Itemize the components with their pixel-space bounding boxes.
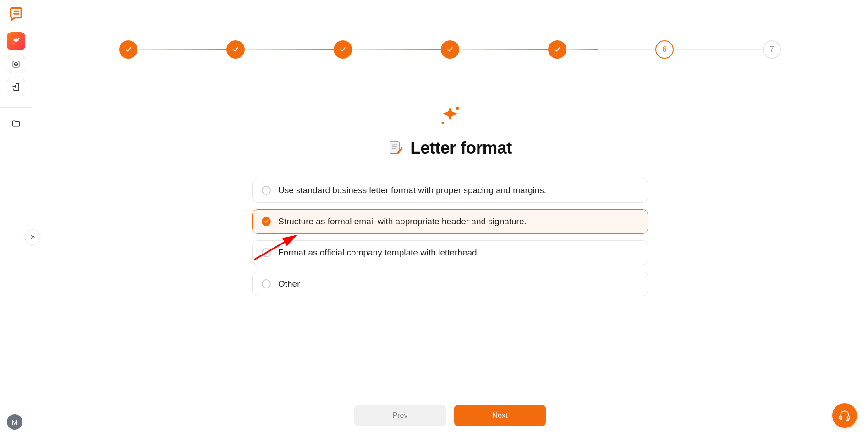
prev-label: Prev xyxy=(393,411,408,419)
step-line xyxy=(245,49,334,50)
help-fab[interactable] xyxy=(832,403,857,428)
document-edit-icon xyxy=(388,140,404,156)
headset-icon xyxy=(839,410,851,421)
svg-point-8 xyxy=(401,147,402,149)
check-icon xyxy=(554,46,561,53)
step-3[interactable] xyxy=(334,40,352,59)
page-title: Letter format xyxy=(410,139,512,158)
prev-button[interactable]: Prev xyxy=(354,405,446,426)
next-label: Next xyxy=(493,411,508,419)
svg-point-6 xyxy=(441,122,444,124)
step-line xyxy=(566,49,655,50)
svg-point-4 xyxy=(16,64,16,65)
option-label: Structure as formal email with appropria… xyxy=(278,216,527,227)
radio-icon xyxy=(262,248,271,257)
step-7[interactable]: 7 xyxy=(763,40,781,59)
sidebar: M xyxy=(0,0,32,438)
content: Letter format Use standard business lett… xyxy=(32,105,868,296)
option-list: Use standard business letter format with… xyxy=(252,178,648,296)
main-area: 6 7 Letter format Use standard business … xyxy=(32,0,868,438)
svg-point-1 xyxy=(13,44,14,44)
check-icon xyxy=(339,46,346,53)
check-icon xyxy=(125,46,132,53)
next-button[interactable]: Next xyxy=(454,405,546,426)
sidebar-divider xyxy=(0,107,32,108)
avatar-letter: M xyxy=(12,418,18,426)
option-label: Other xyxy=(278,279,300,289)
step-line xyxy=(674,49,763,50)
option-standard-business[interactable]: Use standard business letter format with… xyxy=(252,178,648,203)
step-label: 6 xyxy=(662,45,666,54)
step-5[interactable] xyxy=(548,40,566,59)
option-label: Format as official company template with… xyxy=(278,248,479,258)
svg-point-5 xyxy=(456,107,459,110)
step-6[interactable]: 6 xyxy=(655,40,674,59)
check-icon xyxy=(232,46,239,53)
user-avatar[interactable]: M xyxy=(7,414,22,430)
radio-icon xyxy=(262,186,271,195)
nav-import-button[interactable] xyxy=(7,78,25,96)
stepper: 6 7 xyxy=(32,0,868,59)
option-formal-email[interactable]: Structure as formal email with appropria… xyxy=(252,209,648,234)
nav-folder-button[interactable] xyxy=(7,114,25,133)
step-1[interactable] xyxy=(119,40,137,59)
step-2[interactable] xyxy=(226,40,245,59)
sparkle-icon xyxy=(439,105,461,128)
sidebar-expand-button[interactable] xyxy=(25,229,40,245)
chevron-right-double-icon xyxy=(29,234,36,240)
option-company-template[interactable]: Format as official company template with… xyxy=(252,240,648,265)
radio-icon xyxy=(262,217,271,226)
nav-sparkle-button[interactable] xyxy=(7,32,25,50)
option-label: Use standard business letter format with… xyxy=(278,185,546,195)
check-icon xyxy=(446,46,454,53)
step-line xyxy=(459,49,548,50)
nav-target-button[interactable] xyxy=(7,55,25,73)
step-4[interactable] xyxy=(441,40,459,59)
wizard-nav: Prev Next xyxy=(354,405,546,426)
step-label: 7 xyxy=(769,45,774,54)
radio-icon xyxy=(262,279,271,288)
option-other[interactable]: Other xyxy=(252,272,648,296)
svg-point-0 xyxy=(18,38,19,39)
step-line xyxy=(137,49,226,50)
app-logo[interactable] xyxy=(8,6,24,22)
page-title-row: Letter format xyxy=(388,139,512,158)
step-line xyxy=(352,49,441,50)
